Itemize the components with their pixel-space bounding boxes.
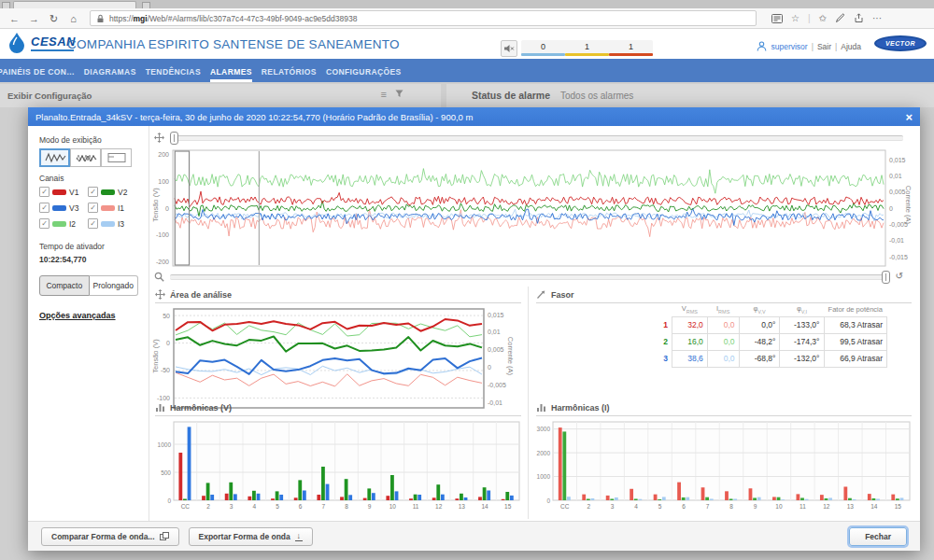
bar-v1-2 — [202, 496, 205, 500]
channel-toggle-v3[interactable]: ✓V3 — [39, 203, 88, 213]
svg-text:2000: 2000 — [537, 450, 551, 456]
refresh-icon[interactable]: ↻ — [45, 12, 63, 25]
mode-dense-waveform-button[interactable] — [70, 148, 101, 167]
phasor-section-title: Fasor — [536, 289, 912, 303]
home-icon[interactable]: ⌂ — [64, 12, 82, 25]
svg-text:0,005: 0,005 — [488, 346, 504, 353]
hub-icon[interactable]: ✩ — [819, 13, 827, 23]
bar-v2-10 — [390, 475, 394, 500]
channel-toggle-v2[interactable]: ✓V2 — [88, 187, 136, 197]
filter-icon[interactable] — [395, 90, 403, 98]
logout-link[interactable]: Sair — [817, 42, 831, 51]
svg-text:4: 4 — [634, 503, 638, 510]
bar-i3-CC — [567, 497, 571, 500]
svg-text:50: 50 — [163, 313, 170, 319]
harmonics-i-chart: 0100020003000CC23456789101112131415 — [525, 417, 919, 518]
export-waveform-button[interactable]: Exportar Forma de onda ↓ — [189, 527, 313, 546]
address-bar[interactable]: https://mgi/Web/#Alarms/lib/c307a7c4-47c… — [90, 10, 757, 26]
magnifier-icon — [154, 272, 164, 282]
svg-text:CC: CC — [181, 503, 191, 510]
bar-i2-8 — [729, 498, 733, 500]
bar-i3-13 — [853, 499, 856, 500]
svg-text:4: 4 — [253, 503, 257, 510]
reset-zoom-icon[interactable]: ↺ — [896, 272, 903, 281]
user-name-link[interactable]: supervisor — [771, 42, 807, 51]
alarm-status-header: Status de alarme Todos os alarmes — [446, 84, 934, 107]
speaker-mute-icon — [503, 43, 515, 54]
frame-icon — [106, 151, 128, 164]
pan-slider-handle[interactable] — [170, 132, 178, 145]
bar-i1-2 — [582, 495, 586, 500]
checkbox-icon[interactable]: ✓ — [88, 203, 98, 213]
table-cell: 0,0 — [707, 333, 739, 350]
nav-tab-alarmes[interactable]: ALARMES — [210, 62, 252, 82]
annotate-pen-icon[interactable] — [835, 13, 845, 23]
dialog-sidebar: Modo de exibição Canais ✓V1✓V2✓V3✓I1✓I2✓… — [28, 126, 149, 521]
browser-toolbar: ← → ↻ ⌂ https://mgi/Web/#Alarms/lib/c307… — [0, 8, 934, 29]
alarm-counter-1[interactable]: 1 — [565, 40, 609, 56]
nav-tab-pain-is-de-con-[interactable]: PAINÉIS DE CON... — [0, 62, 75, 82]
channel-label: I3 — [118, 219, 124, 229]
phasor-table-row: 132,00,00,0°-133,0°68,3 Atrasar — [659, 316, 887, 333]
nav-tab-tend-ncias[interactable]: TENDÊNCIAS — [146, 62, 201, 82]
channel-list: ✓V1✓V2✓V3✓I1✓I2✓I3 — [39, 187, 149, 229]
nav-tab-configura-es[interactable]: CONFIGURAÇÕES — [326, 62, 402, 82]
close-icon[interactable]: × — [905, 111, 913, 123]
bar-i3-14 — [876, 498, 880, 500]
phasor-table-row: 338,60,0-68,8°-132,0°66,9 Atrasar — [659, 350, 887, 367]
share-icon[interactable] — [854, 13, 864, 23]
compact-button[interactable]: Compacto — [39, 275, 90, 296]
extended-button[interactable]: Prolongado — [90, 275, 139, 296]
analysis-section-title: Área de análise — [155, 289, 521, 303]
svg-text:6: 6 — [682, 503, 686, 510]
checkbox-icon[interactable]: ✓ — [39, 203, 50, 213]
nav-tab-diagramas[interactable]: DIAGRAMAS — [84, 62, 136, 82]
trigger-time-value: 10:22:54,770 — [39, 255, 149, 264]
channel-toggle-i3[interactable]: ✓I3 — [88, 218, 136, 229]
dialog-main: 2001000-100-2000,0150,010,0050-0,005-0,0… — [149, 126, 920, 521]
alarm-counter-2[interactable]: 1 — [609, 40, 653, 56]
bar-v2-12 — [436, 484, 440, 500]
forward-icon[interactable]: → — [25, 12, 43, 25]
mode-frame-button[interactable] — [101, 148, 132, 167]
bar-i1-12 — [820, 495, 824, 500]
bar-v1-9 — [363, 498, 367, 500]
alarm-status-filter[interactable]: Todos os alarmes — [560, 91, 633, 101]
waveform-dialog: Planalto.Entrada_34kSV - terça-feira, 30… — [28, 107, 920, 551]
alarm-counter-0[interactable]: 0 — [521, 40, 565, 56]
channel-toggle-i1[interactable]: ✓I1 — [88, 203, 136, 213]
mute-icon[interactable] — [501, 40, 517, 57]
bar-i2-15 — [896, 498, 899, 500]
checkbox-icon[interactable]: ✓ — [39, 187, 50, 197]
reading-view-icon[interactable] — [771, 14, 783, 23]
bar-i3-9 — [757, 497, 761, 500]
bar-v2-8 — [345, 479, 348, 500]
svg-text:11: 11 — [800, 503, 806, 510]
help-link[interactable]: Ajuda — [841, 42, 861, 51]
mode-waveform-button[interactable] — [39, 148, 70, 167]
advanced-options-link[interactable]: Opções avançadas — [39, 311, 116, 320]
more-icon[interactable]: ··· — [872, 13, 882, 23]
waveform-icon — [44, 151, 66, 164]
phasor-icon — [536, 289, 546, 300]
divider: | — [808, 13, 811, 23]
pan-slider-rail[interactable] — [170, 135, 903, 141]
channel-toggle-i2[interactable]: ✓I2 — [39, 218, 88, 229]
bar-i1-11 — [797, 494, 800, 500]
nav-tab-relat-rios[interactable]: RELATÓRIOS — [262, 62, 317, 82]
zoom-slider-handle[interactable] — [882, 271, 890, 284]
close-dialog-button[interactable]: Fechar — [849, 527, 907, 546]
menu-icon[interactable]: ≡ — [381, 90, 387, 100]
back-icon[interactable]: ← — [6, 12, 23, 25]
bar-v3-7 — [326, 484, 330, 500]
compare-waveform-button[interactable]: Comparar Forma de onda... — [41, 527, 179, 546]
favorite-star-icon[interactable]: ☆ — [791, 13, 800, 23]
checkbox-icon[interactable]: ✓ — [88, 187, 98, 197]
checkbox-icon[interactable]: ✓ — [88, 218, 98, 229]
zoom-slider-rail[interactable] — [170, 274, 890, 280]
checkbox-icon[interactable]: ✓ — [39, 218, 50, 229]
browser-tab[interactable] — [13, 1, 136, 8]
vector-logo: VECTOR — [874, 35, 927, 51]
channel-toggle-v1[interactable]: ✓V1 — [39, 187, 88, 197]
url-text: https://mgi/Web/#Alarms/lib/c307a7c4-47c… — [109, 14, 357, 23]
